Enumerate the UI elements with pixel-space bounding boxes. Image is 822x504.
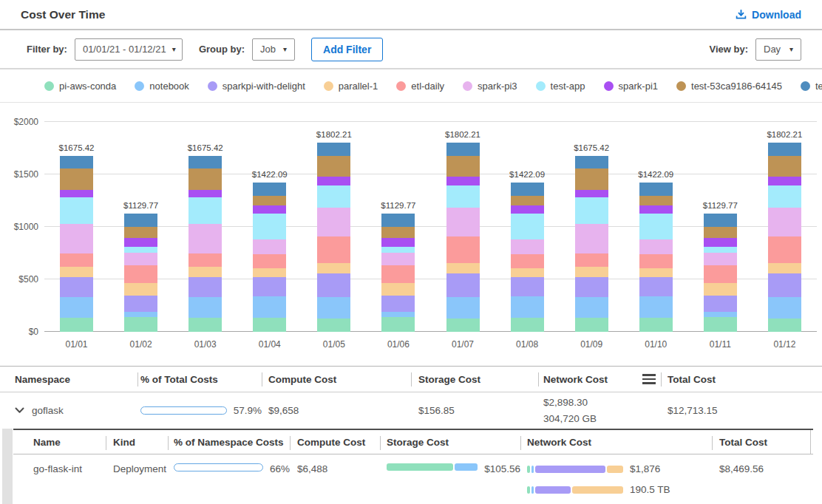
bar-segment-sparkpi-with-delight[interactable] <box>704 296 737 313</box>
bar-segment-notebook[interactable] <box>446 297 480 319</box>
bar-segment-spark-pi1[interactable] <box>768 177 801 185</box>
bar-segment-test-pkix[interactable] <box>381 214 415 228</box>
legend-item-sparkpi-with-delight[interactable]: sparkpi-with-delight <box>208 81 305 92</box>
bar-segment-etl-daily[interactable] <box>446 236 480 263</box>
column-menu-icon[interactable] <box>642 372 656 386</box>
bar-segment-test-53ca9186-64145[interactable] <box>381 227 415 238</box>
bar-segment-test-pkix[interactable] <box>60 156 93 168</box>
bar-segment-spark-pi3[interactable] <box>381 253 415 266</box>
bar-segment-sparkpi-with-delight[interactable] <box>575 277 608 297</box>
bar-segment-pi-aws-conda[interactable] <box>381 317 415 332</box>
bar-segment-parallel-1[interactable] <box>639 268 673 277</box>
bar-segment-notebook[interactable] <box>639 296 673 318</box>
legend-item-spark-pi1[interactable]: spark-pi1 <box>604 81 658 92</box>
bar-segment-parallel-1[interactable] <box>768 263 801 273</box>
bar-segment-parallel-1[interactable] <box>704 283 737 295</box>
bar-segment-etl-daily[interactable] <box>511 254 544 268</box>
bar-segment-etl-daily[interactable] <box>575 253 608 267</box>
bar-segment-test-53ca9186-64145[interactable] <box>639 196 673 205</box>
bar-segment-pi-aws-conda[interactable] <box>704 317 737 332</box>
bar-segment-test-53ca9186-64145[interactable] <box>253 196 286 205</box>
bar-segment-pi-aws-conda[interactable] <box>639 318 673 332</box>
bar-segment-spark-pi3[interactable] <box>317 208 350 236</box>
bar-segment-parallel-1[interactable] <box>511 268 544 277</box>
legend-item-spark-pi3[interactable]: spark-pi3 <box>463 81 517 92</box>
bar-segment-pi-aws-conda[interactable] <box>60 318 93 332</box>
bar-segment-parallel-1[interactable] <box>60 267 93 277</box>
bar-segment-sparkpi-with-delight[interactable] <box>124 296 157 313</box>
bar-segment-test-53ca9186-64145[interactable] <box>124 227 157 238</box>
bar-segment-etl-daily[interactable] <box>381 265 415 283</box>
bar-segment-spark-pi3[interactable] <box>60 224 93 253</box>
date-range-select[interactable]: 01/01/21 - 01/12/21 ▾ <box>75 38 183 61</box>
bar-segment-test-53ca9186-64145[interactable] <box>317 156 350 177</box>
bar-segment-notebook[interactable] <box>381 312 415 317</box>
bar-segment-etl-daily[interactable] <box>253 254 286 268</box>
bar-segment-notebook[interactable] <box>768 297 801 319</box>
bar-segment-sparkpi-with-delight[interactable] <box>188 277 222 297</box>
bar-segment-spark-pi3[interactable] <box>768 208 801 236</box>
bar-segment-test-app[interactable] <box>124 247 157 253</box>
bar-segment-pi-aws-conda[interactable] <box>188 318 222 332</box>
bar-segment-test-pkix[interactable] <box>446 143 480 156</box>
bar-segment-test-53ca9186-64145[interactable] <box>60 168 93 190</box>
bar-segment-pi-aws-conda[interactable] <box>253 318 286 332</box>
bar-segment-spark-pi1[interactable] <box>188 190 222 197</box>
bar-segment-etl-daily[interactable] <box>639 254 673 268</box>
bar-segment-test-app[interactable] <box>768 185 801 208</box>
bar-segment-test-pkix[interactable] <box>768 143 801 156</box>
bar-segment-test-app[interactable] <box>253 214 286 239</box>
bar-segment-sparkpi-with-delight[interactable] <box>511 277 544 296</box>
bar-segment-spark-pi3[interactable] <box>704 253 737 266</box>
add-filter-button[interactable]: Add Filter <box>311 38 383 61</box>
bar-segment-test-53ca9186-64145[interactable] <box>768 156 801 177</box>
bar-segment-spark-pi1[interactable] <box>575 190 608 197</box>
bar-segment-pi-aws-conda[interactable] <box>124 317 157 332</box>
bar-segment-sparkpi-with-delight[interactable] <box>639 277 673 296</box>
bar-segment-pi-aws-conda[interactable] <box>317 319 350 332</box>
bar-segment-parallel-1[interactable] <box>575 267 608 277</box>
bar-segment-pi-aws-conda[interactable] <box>575 318 608 332</box>
bar-segment-test-app[interactable] <box>639 214 673 239</box>
bar-segment-etl-daily[interactable] <box>768 236 801 263</box>
bar-segment-test-pkix[interactable] <box>253 183 286 196</box>
bar-segment-spark-pi1[interactable] <box>317 177 350 185</box>
bar-segment-test-pkix[interactable] <box>124 214 157 228</box>
bar-segment-notebook[interactable] <box>704 312 737 317</box>
bar-segment-notebook[interactable] <box>60 297 93 318</box>
bar-segment-test-app[interactable] <box>511 214 544 239</box>
bar-segment-notebook[interactable] <box>575 297 608 318</box>
legend-item-pi-aws-conda[interactable]: pi-aws-conda <box>44 81 116 92</box>
bar-segment-pi-aws-conda[interactable] <box>446 319 480 332</box>
bar-segment-spark-pi3[interactable] <box>188 224 222 253</box>
bar-segment-parallel-1[interactable] <box>188 267 222 277</box>
bar-segment-test-pkix[interactable] <box>704 214 737 228</box>
legend-item-etl-daily[interactable]: etl-daily <box>396 81 444 92</box>
bar-segment-spark-pi3[interactable] <box>253 239 286 254</box>
bar-segment-test-pkix[interactable] <box>188 156 222 168</box>
legend-item-test-app[interactable]: test-app <box>536 81 585 92</box>
bar-segment-spark-pi1[interactable] <box>60 190 93 197</box>
bar-segment-sparkpi-with-delight[interactable] <box>768 273 801 297</box>
view-by-select[interactable]: Day ▾ <box>755 38 801 61</box>
bar-segment-spark-pi1[interactable] <box>639 205 673 214</box>
bar-segment-sparkpi-with-delight[interactable] <box>446 273 480 297</box>
bar-segment-spark-pi3[interactable] <box>639 239 673 254</box>
bar-segment-test-53ca9186-64145[interactable] <box>446 156 480 177</box>
bar-segment-test-app[interactable] <box>188 197 222 223</box>
bar-segment-test-53ca9186-64145[interactable] <box>188 168 222 190</box>
bar-segment-parallel-1[interactable] <box>317 263 350 273</box>
bar-segment-etl-daily[interactable] <box>188 253 222 267</box>
bar-segment-test-app[interactable] <box>60 197 93 223</box>
bar-segment-test-pkix[interactable] <box>511 183 544 196</box>
bar-segment-etl-daily[interactable] <box>124 265 157 283</box>
bar-segment-notebook[interactable] <box>253 296 286 318</box>
group-by-select[interactable]: Job ▾ <box>252 38 295 61</box>
bar-segment-notebook[interactable] <box>511 296 544 318</box>
bar-segment-etl-daily[interactable] <box>60 253 93 267</box>
bar-segment-spark-pi1[interactable] <box>124 238 157 246</box>
bar-segment-spark-pi1[interactable] <box>511 205 544 214</box>
bar-segment-test-53ca9186-64145[interactable] <box>511 196 544 205</box>
bar-segment-sparkpi-with-delight[interactable] <box>381 296 415 313</box>
bar-segment-parallel-1[interactable] <box>381 283 415 295</box>
